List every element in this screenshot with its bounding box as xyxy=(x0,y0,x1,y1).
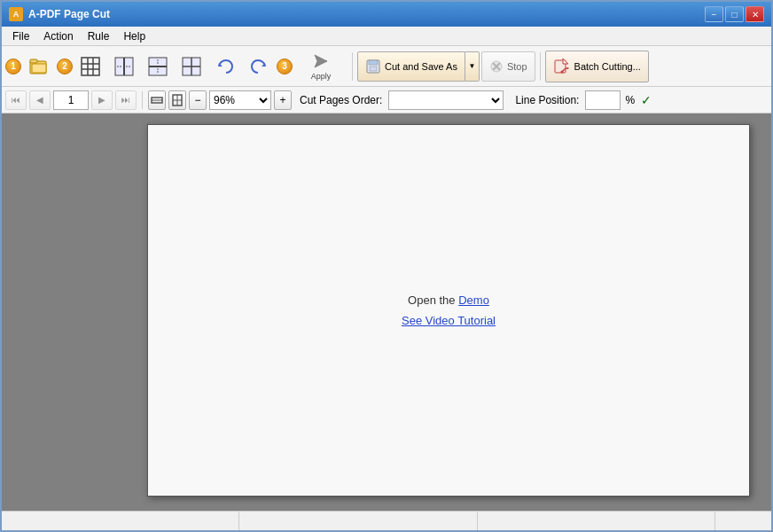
apply-line-pos-button[interactable]: ✓ xyxy=(637,90,655,110)
toolbar-sep1 xyxy=(352,52,353,81)
menu-bar: File Action Rule Help xyxy=(2,27,771,46)
open-the-text: Open the xyxy=(408,293,458,307)
svg-rect-2 xyxy=(32,64,46,73)
thumbnail-panel xyxy=(2,113,126,511)
status-segment-4 xyxy=(715,512,771,530)
cut-pages-label: Cut Pages Order: xyxy=(300,94,382,106)
step3-badge: 3 xyxy=(277,59,293,74)
window-controls: − □ ✕ xyxy=(705,6,764,22)
stop-icon xyxy=(489,59,504,74)
svg-rect-24 xyxy=(370,66,377,71)
menu-rule[interactable]: Rule xyxy=(81,27,117,45)
see-video-link[interactable]: See Video Tutorial xyxy=(402,314,496,327)
line-position-label: Line Position: xyxy=(515,94,579,106)
menu-action[interactable]: Action xyxy=(36,27,80,45)
pdf-page: Open the Demo See Video Tutorial xyxy=(147,124,750,497)
split-v-button[interactable] xyxy=(142,51,174,82)
step2-badge: 2 xyxy=(57,59,73,74)
cut-save-label: Cut and Save As xyxy=(385,61,457,72)
content-area: Open the Demo See Video Tutorial xyxy=(126,113,771,511)
batch-cutting-button[interactable]: Batch Cutting... xyxy=(545,51,649,82)
apply-label: Apply xyxy=(311,72,332,81)
menu-help[interactable]: Help xyxy=(116,27,152,45)
cut-save-group: Cut and Save As ▼ xyxy=(357,51,480,82)
app-icon: A xyxy=(9,7,23,21)
fit-page-icon xyxy=(171,94,183,106)
undo-button[interactable] xyxy=(209,51,241,82)
svg-rect-23 xyxy=(369,60,378,65)
demo-link[interactable]: Demo xyxy=(458,293,489,307)
grid-icon xyxy=(81,57,100,76)
apply-icon xyxy=(312,52,330,70)
svg-point-30 xyxy=(560,70,563,73)
main-toolbar: 1 2 xyxy=(2,46,771,87)
cut-pages-select[interactable] xyxy=(388,90,504,110)
stop-label: Stop xyxy=(507,61,527,72)
open-icon xyxy=(28,56,50,77)
toolbar-sep2 xyxy=(540,52,541,81)
main-area: Open the Demo See Video Tutorial xyxy=(2,113,771,511)
redo-icon xyxy=(249,57,269,76)
pdf-center-content: Open the Demo See Video Tutorial xyxy=(402,290,496,332)
fit-width-icon xyxy=(151,94,163,106)
zoom-out-button[interactable]: − xyxy=(189,90,207,110)
zoom-fit-page-button[interactable] xyxy=(168,90,186,110)
status-segment-1 xyxy=(2,512,239,530)
status-bar xyxy=(2,511,771,530)
open-file-button[interactable] xyxy=(23,51,55,82)
restore-button[interactable]: □ xyxy=(725,6,744,22)
line-position-input[interactable] xyxy=(585,90,621,110)
zoom-fit-width-button[interactable] xyxy=(148,90,166,110)
svg-rect-1 xyxy=(30,59,37,63)
split-horizontal-icon xyxy=(114,57,134,76)
grid-button[interactable] xyxy=(74,51,106,82)
undo-icon xyxy=(215,57,235,76)
split-vertical-icon xyxy=(148,57,168,76)
status-segment-3 xyxy=(478,512,715,530)
stop-button[interactable]: Stop xyxy=(481,51,535,82)
close-button[interactable]: ✕ xyxy=(746,6,764,22)
four-split-icon xyxy=(182,57,201,76)
batch-icon xyxy=(553,58,571,75)
split-h-button[interactable] xyxy=(108,51,140,82)
next-page-button[interactable]: ▶ xyxy=(91,90,113,110)
status-segment-2 xyxy=(239,512,477,530)
svg-rect-3 xyxy=(82,58,99,75)
cut-save-button[interactable]: Cut and Save As xyxy=(357,51,465,82)
apply-button[interactable]: Apply xyxy=(294,51,347,82)
minimize-button[interactable]: − xyxy=(705,6,723,22)
redo-button[interactable] xyxy=(243,51,275,82)
nav-toolbar: ⏮ ◀ ▶ ⏭ − 50% 75% 96% 100% 125% 150% xyxy=(2,87,771,113)
title-bar: A A-PDF Page Cut − □ ✕ xyxy=(2,2,771,27)
cut-save-dropdown-button[interactable]: ▼ xyxy=(465,51,480,82)
four-split-button[interactable] xyxy=(176,51,207,82)
window-title: A-PDF Page Cut xyxy=(28,8,705,20)
last-page-button[interactable]: ⏭ xyxy=(115,90,137,110)
batch-label: Batch Cutting... xyxy=(574,61,641,72)
app-window: A A-PDF Page Cut − □ ✕ File Action Rule … xyxy=(0,0,773,532)
menu-file[interactable]: File xyxy=(5,27,36,45)
page-number-input[interactable] xyxy=(53,90,89,110)
zoom-select[interactable]: 50% 75% 96% 100% 125% 150% 200% xyxy=(209,90,271,110)
save-icon xyxy=(365,59,381,74)
percent-symbol: % xyxy=(625,94,635,106)
step1-badge: 1 xyxy=(5,59,21,74)
first-page-button[interactable]: ⏮ xyxy=(5,90,27,110)
nav-sep1 xyxy=(142,91,143,109)
prev-page-button[interactable]: ◀ xyxy=(29,90,51,110)
zoom-in-button[interactable]: + xyxy=(274,90,292,110)
